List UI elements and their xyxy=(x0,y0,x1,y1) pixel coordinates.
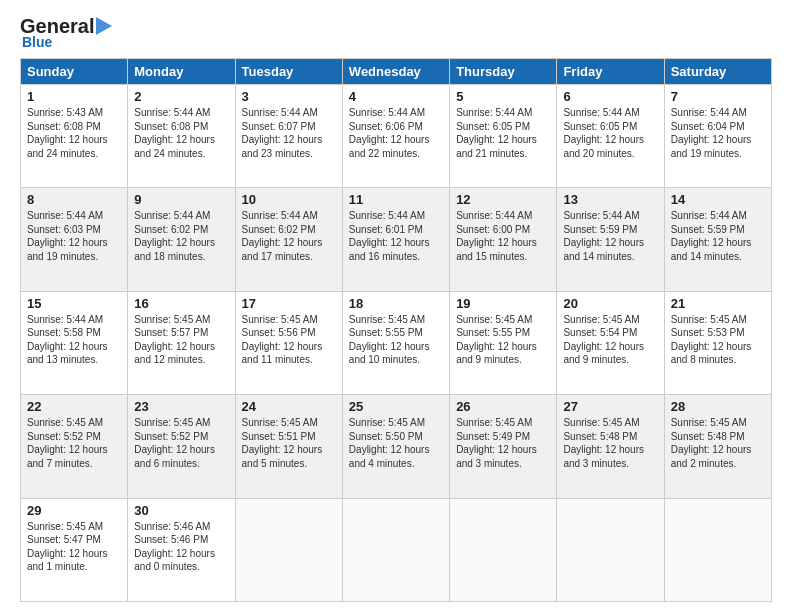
day-info: Sunrise: 5:45 AM Sunset: 5:52 PM Dayligh… xyxy=(27,416,121,470)
calendar-day-cell: 22Sunrise: 5:45 AM Sunset: 5:52 PM Dayli… xyxy=(21,395,128,498)
calendar-day-cell: 15Sunrise: 5:44 AM Sunset: 5:58 PM Dayli… xyxy=(21,291,128,394)
calendar-day-cell: 30Sunrise: 5:46 AM Sunset: 5:46 PM Dayli… xyxy=(128,498,235,601)
day-info: Sunrise: 5:44 AM Sunset: 5:58 PM Dayligh… xyxy=(27,313,121,367)
day-number: 16 xyxy=(134,296,228,311)
header: General Blue xyxy=(20,16,772,50)
day-info: Sunrise: 5:44 AM Sunset: 6:04 PM Dayligh… xyxy=(671,106,765,160)
calendar-day-cell: 9Sunrise: 5:44 AM Sunset: 6:02 PM Daylig… xyxy=(128,188,235,291)
calendar-day-cell: 7Sunrise: 5:44 AM Sunset: 6:04 PM Daylig… xyxy=(664,85,771,188)
calendar-day-cell: 6Sunrise: 5:44 AM Sunset: 6:05 PM Daylig… xyxy=(557,85,664,188)
calendar-week-row: 15Sunrise: 5:44 AM Sunset: 5:58 PM Dayli… xyxy=(21,291,772,394)
day-number: 29 xyxy=(27,503,121,518)
calendar-day-cell: 18Sunrise: 5:45 AM Sunset: 5:55 PM Dayli… xyxy=(342,291,449,394)
day-number: 21 xyxy=(671,296,765,311)
calendar-day-cell: 16Sunrise: 5:45 AM Sunset: 5:57 PM Dayli… xyxy=(128,291,235,394)
day-number: 25 xyxy=(349,399,443,414)
calendar-day-cell xyxy=(235,498,342,601)
day-number: 8 xyxy=(27,192,121,207)
calendar-day-cell: 21Sunrise: 5:45 AM Sunset: 5:53 PM Dayli… xyxy=(664,291,771,394)
calendar-day-cell: 20Sunrise: 5:45 AM Sunset: 5:54 PM Dayli… xyxy=(557,291,664,394)
calendar-week-row: 29Sunrise: 5:45 AM Sunset: 5:47 PM Dayli… xyxy=(21,498,772,601)
day-info: Sunrise: 5:45 AM Sunset: 5:51 PM Dayligh… xyxy=(242,416,336,470)
day-number: 28 xyxy=(671,399,765,414)
day-info: Sunrise: 5:45 AM Sunset: 5:48 PM Dayligh… xyxy=(671,416,765,470)
day-number: 13 xyxy=(563,192,657,207)
day-info: Sunrise: 5:44 AM Sunset: 6:00 PM Dayligh… xyxy=(456,209,550,263)
day-number: 12 xyxy=(456,192,550,207)
logo-arrow-icon xyxy=(96,17,112,35)
calendar-day-cell: 26Sunrise: 5:45 AM Sunset: 5:49 PM Dayli… xyxy=(450,395,557,498)
calendar-day-cell xyxy=(664,498,771,601)
day-info: Sunrise: 5:45 AM Sunset: 5:56 PM Dayligh… xyxy=(242,313,336,367)
calendar-day-header: Sunday xyxy=(21,59,128,85)
page: General Blue SundayMondayTuesdayWednesda… xyxy=(0,0,792,612)
day-number: 5 xyxy=(456,89,550,104)
day-number: 11 xyxy=(349,192,443,207)
calendar-day-cell: 23Sunrise: 5:45 AM Sunset: 5:52 PM Dayli… xyxy=(128,395,235,498)
calendar-day-cell: 12Sunrise: 5:44 AM Sunset: 6:00 PM Dayli… xyxy=(450,188,557,291)
calendar-week-row: 1Sunrise: 5:43 AM Sunset: 6:08 PM Daylig… xyxy=(21,85,772,188)
calendar-day-header: Saturday xyxy=(664,59,771,85)
calendar-day-cell xyxy=(450,498,557,601)
calendar-day-cell: 8Sunrise: 5:44 AM Sunset: 6:03 PM Daylig… xyxy=(21,188,128,291)
day-info: Sunrise: 5:45 AM Sunset: 5:55 PM Dayligh… xyxy=(349,313,443,367)
day-number: 9 xyxy=(134,192,228,207)
day-number: 15 xyxy=(27,296,121,311)
day-number: 20 xyxy=(563,296,657,311)
day-number: 10 xyxy=(242,192,336,207)
calendar-day-cell: 2Sunrise: 5:44 AM Sunset: 6:08 PM Daylig… xyxy=(128,85,235,188)
calendar-day-header: Monday xyxy=(128,59,235,85)
calendar-day-cell: 28Sunrise: 5:45 AM Sunset: 5:48 PM Dayli… xyxy=(664,395,771,498)
day-info: Sunrise: 5:44 AM Sunset: 6:05 PM Dayligh… xyxy=(563,106,657,160)
day-info: Sunrise: 5:45 AM Sunset: 5:53 PM Dayligh… xyxy=(671,313,765,367)
day-number: 19 xyxy=(456,296,550,311)
calendar-day-cell: 1Sunrise: 5:43 AM Sunset: 6:08 PM Daylig… xyxy=(21,85,128,188)
day-info: Sunrise: 5:44 AM Sunset: 6:08 PM Dayligh… xyxy=(134,106,228,160)
day-number: 14 xyxy=(671,192,765,207)
day-info: Sunrise: 5:45 AM Sunset: 5:57 PM Dayligh… xyxy=(134,313,228,367)
calendar-day-cell: 24Sunrise: 5:45 AM Sunset: 5:51 PM Dayli… xyxy=(235,395,342,498)
day-number: 17 xyxy=(242,296,336,311)
calendar-day-cell: 27Sunrise: 5:45 AM Sunset: 5:48 PM Dayli… xyxy=(557,395,664,498)
calendar-day-cell: 14Sunrise: 5:44 AM Sunset: 5:59 PM Dayli… xyxy=(664,188,771,291)
day-number: 3 xyxy=(242,89,336,104)
day-number: 24 xyxy=(242,399,336,414)
day-number: 18 xyxy=(349,296,443,311)
day-number: 23 xyxy=(134,399,228,414)
day-info: Sunrise: 5:43 AM Sunset: 6:08 PM Dayligh… xyxy=(27,106,121,160)
day-info: Sunrise: 5:44 AM Sunset: 6:07 PM Dayligh… xyxy=(242,106,336,160)
calendar-day-cell: 17Sunrise: 5:45 AM Sunset: 5:56 PM Dayli… xyxy=(235,291,342,394)
calendar-day-cell: 25Sunrise: 5:45 AM Sunset: 5:50 PM Dayli… xyxy=(342,395,449,498)
day-info: Sunrise: 5:44 AM Sunset: 6:05 PM Dayligh… xyxy=(456,106,550,160)
day-number: 30 xyxy=(134,503,228,518)
day-info: Sunrise: 5:45 AM Sunset: 5:50 PM Dayligh… xyxy=(349,416,443,470)
day-info: Sunrise: 5:45 AM Sunset: 5:49 PM Dayligh… xyxy=(456,416,550,470)
calendar-header-row: SundayMondayTuesdayWednesdayThursdayFrid… xyxy=(21,59,772,85)
day-info: Sunrise: 5:45 AM Sunset: 5:47 PM Dayligh… xyxy=(27,520,121,574)
day-info: Sunrise: 5:44 AM Sunset: 6:01 PM Dayligh… xyxy=(349,209,443,263)
day-info: Sunrise: 5:45 AM Sunset: 5:48 PM Dayligh… xyxy=(563,416,657,470)
calendar-week-row: 8Sunrise: 5:44 AM Sunset: 6:03 PM Daylig… xyxy=(21,188,772,291)
day-number: 6 xyxy=(563,89,657,104)
day-info: Sunrise: 5:44 AM Sunset: 5:59 PM Dayligh… xyxy=(671,209,765,263)
day-number: 22 xyxy=(27,399,121,414)
day-info: Sunrise: 5:45 AM Sunset: 5:54 PM Dayligh… xyxy=(563,313,657,367)
calendar-day-cell: 3Sunrise: 5:44 AM Sunset: 6:07 PM Daylig… xyxy=(235,85,342,188)
day-number: 1 xyxy=(27,89,121,104)
calendar-week-row: 22Sunrise: 5:45 AM Sunset: 5:52 PM Dayli… xyxy=(21,395,772,498)
calendar-day-header: Wednesday xyxy=(342,59,449,85)
day-number: 26 xyxy=(456,399,550,414)
day-number: 2 xyxy=(134,89,228,104)
calendar-day-cell: 19Sunrise: 5:45 AM Sunset: 5:55 PM Dayli… xyxy=(450,291,557,394)
calendar-day-cell: 10Sunrise: 5:44 AM Sunset: 6:02 PM Dayli… xyxy=(235,188,342,291)
day-info: Sunrise: 5:46 AM Sunset: 5:46 PM Dayligh… xyxy=(134,520,228,574)
calendar-day-header: Thursday xyxy=(450,59,557,85)
day-info: Sunrise: 5:44 AM Sunset: 6:02 PM Dayligh… xyxy=(134,209,228,263)
day-number: 7 xyxy=(671,89,765,104)
calendar-day-cell: 29Sunrise: 5:45 AM Sunset: 5:47 PM Dayli… xyxy=(21,498,128,601)
calendar-day-cell: 4Sunrise: 5:44 AM Sunset: 6:06 PM Daylig… xyxy=(342,85,449,188)
day-info: Sunrise: 5:45 AM Sunset: 5:55 PM Dayligh… xyxy=(456,313,550,367)
day-number: 4 xyxy=(349,89,443,104)
calendar-day-cell: 13Sunrise: 5:44 AM Sunset: 5:59 PM Dayli… xyxy=(557,188,664,291)
logo: General Blue xyxy=(20,16,112,50)
